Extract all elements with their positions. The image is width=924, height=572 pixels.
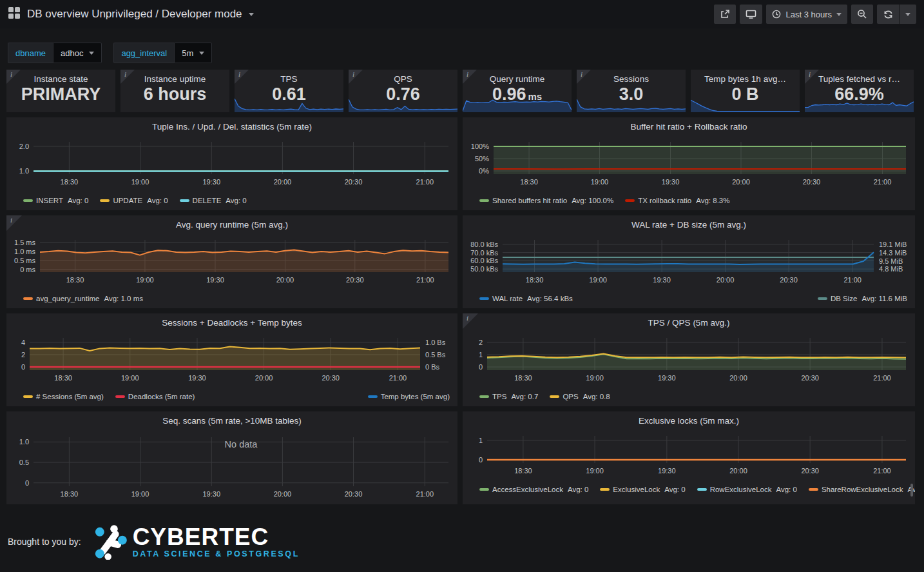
legend-swatch: [818, 297, 827, 300]
variable-dbname-selected: adhoc: [61, 48, 83, 58]
chart-plot-seq-scans[interactable]: 1.00.5018:3019:0019:3020:0020:3021:00No …: [6, 429, 457, 502]
legend-swatch: [479, 199, 489, 202]
legend-label: TX rollback ratio: [638, 197, 691, 204]
panel-info-corner[interactable]: [120, 70, 135, 84]
legend-label: QPS: [563, 393, 578, 400]
panel-title-wal-db-size[interactable]: WAL rate + DB size (5m avg.): [463, 215, 915, 233]
panel-buffer-rollback: Buffer hit ratio + Rollback ratio100%50%…: [463, 117, 915, 210]
chart-plot-exclusive-locks[interactable]: 1018:3019:0019:3020:0020:3021:00: [463, 429, 915, 478]
legend-item-accessexclusivelock[interactable]: AccessExclusiveLockAvg: 0: [479, 486, 588, 493]
panel-info-corner[interactable]: [577, 70, 591, 84]
variable-agg-interval: agg_interval 5m: [113, 43, 212, 63]
zoom-out-button[interactable]: [851, 5, 873, 24]
title-caret-icon[interactable]: [249, 13, 254, 16]
panel-title-sessions-deadlocks-temp[interactable]: Sessions + Deadlocks + Temp bytes: [6, 313, 457, 331]
share-button[interactable]: [714, 5, 736, 24]
tv-kiosk-button[interactable]: [740, 5, 762, 24]
panel-title-avg-query-runtime[interactable]: Avg. query runtime (5m avg.): [6, 215, 457, 233]
brand-tagline: DATA SCIENCE & POSTGRESQL: [133, 550, 300, 558]
legend-avg: Avg: 1.0 ms: [104, 295, 143, 302]
panel-info-corner[interactable]: [463, 313, 478, 329]
time-range-button[interactable]: Last 3 hours: [766, 5, 847, 24]
legend-row: ShareUpdateExclusiveLockAvg: 0: [463, 495, 915, 500]
legend-swatch: [23, 297, 33, 300]
legend-item-avg-query-runtime[interactable]: avg_query_runtimeAvg: 1.0 ms: [23, 295, 143, 302]
top-nav: DB overview Unprivileged / Developer mod…: [0, 0, 924, 28]
svg-text:20:00: 20:00: [729, 467, 747, 475]
chart-plot-sessions-deadlocks-temp[interactable]: 4201.0 Bs0.5 Bs0 Bs18:3019:0019:3020:002…: [6, 331, 457, 386]
legend-item--sessions-5m-avg-[interactable]: # Sessions (5m avg): [23, 393, 104, 400]
panel-title-tuple-stats[interactable]: Tuple Ins. / Upd. / Del. statistics (5m …: [6, 117, 457, 135]
svg-text:0: 0: [479, 363, 483, 371]
legend-avg: Avg: 0: [68, 197, 88, 204]
svg-text:19:30: 19:30: [188, 374, 206, 382]
svg-text:19:00: 19:00: [131, 178, 149, 186]
svg-text:19:00: 19:00: [591, 178, 609, 186]
panel-title-seq-scans[interactable]: Seq. scans (5m rate, >10MB tables): [6, 411, 457, 429]
stat-panel-query-runtime: iQuery runtime0.96ms: [463, 70, 572, 112]
cybertec-logo[interactable]: CYBERTEC DATA SCIENCE & POSTGRESQL: [91, 524, 300, 560]
legend-item-deadlocks-5m-rate-[interactable]: Deadlocks (5m rate): [115, 393, 195, 400]
panel-info-corner[interactable]: [805, 70, 819, 84]
stat-panel-sessions: iSessions3.0: [577, 70, 686, 112]
panel-title-buffer-rollback[interactable]: Buffer hit ratio + Rollback ratio: [463, 117, 915, 135]
refresh-button-group: [877, 5, 916, 24]
variable-agg-interval-value[interactable]: 5m: [174, 43, 212, 63]
legend-item-tx-rollback-ratio[interactable]: TX rollback ratioAvg: 8.3%: [625, 197, 729, 204]
variable-dbname-value[interactable]: adhoc: [53, 43, 102, 63]
svg-text:21:00: 21:00: [873, 467, 891, 475]
legend-label: UPDATE: [113, 197, 142, 204]
svg-text:20:00: 20:00: [729, 374, 747, 382]
legend-avg: Avg: 8.3%: [696, 197, 729, 204]
legend-swatch: [180, 199, 189, 202]
legend-item-delete[interactable]: DELETEAvg: 0: [180, 197, 247, 204]
refresh-interval-button[interactable]: [900, 5, 916, 24]
dashboard-grid-icon[interactable]: [8, 6, 21, 22]
panel-title-tps-qps[interactable]: TPS / QPS (5m avg.): [463, 313, 915, 331]
legend-swatch: [809, 488, 818, 491]
legend-item-shared-buffers-hit-ratio[interactable]: Shared buffers hit ratioAvg: 100.0%: [479, 197, 613, 204]
panel-info-corner[interactable]: [349, 70, 363, 84]
panel-info-corner[interactable]: [6, 215, 22, 231]
legend-label: # Sessions (5m avg): [36, 393, 104, 400]
svg-text:19:30: 19:30: [203, 490, 221, 498]
legend-item-qps[interactable]: QPSAvg: 0.8: [550, 393, 610, 400]
chart-plot-avg-query-runtime[interactable]: 1.5 ms1.0 ms0.5 ms0 ms18:3019:0019:3020:…: [6, 233, 457, 288]
legend-item-insert[interactable]: INSERTAvg: 0: [23, 197, 88, 204]
legend-scrollbar[interactable]: [910, 484, 913, 497]
legend-item-wal-rate[interactable]: WAL rateAvg: 56.4 kBs: [479, 295, 573, 302]
svg-text:19:00: 19:00: [121, 374, 139, 382]
svg-text:21:00: 21:00: [416, 490, 434, 498]
legend-item-exclusivelock[interactable]: ExclusiveLockAvg: 0: [600, 486, 685, 493]
chart-plot-wal-db-size[interactable]: 80.0 kBs70.0 kBs60.0 kBs50.0 kBs19.1 MiB…: [463, 233, 915, 288]
chart-plot-tuple-stats[interactable]: 2.01.018:3019:0019:3020:0020:3021:00: [6, 135, 457, 190]
legend-item-tps[interactable]: TPSAvg: 0.7: [479, 393, 538, 400]
legend-swatch: [479, 488, 489, 491]
chart-plot-tps-qps[interactable]: 21018:3019:0019:3020:0020:3021:00: [463, 331, 915, 386]
legend-swatch: [115, 395, 125, 398]
panel-title-exclusive-locks[interactable]: Exclusive locks (5m max.): [463, 411, 915, 429]
svg-text:1.0 Bs: 1.0 Bs: [425, 339, 446, 346]
legend-avg: Avg: 0: [588, 500, 608, 501]
panel-info-corner[interactable]: [463, 70, 477, 84]
svg-text:18:30: 18:30: [61, 178, 79, 186]
dashboard-title[interactable]: DB overview Unprivileged / Developer mod…: [27, 8, 242, 21]
legend-swatch: [479, 297, 489, 300]
legend-item-temp-bytes-5m-avg-[interactable]: Temp bytes (5m avg): [368, 393, 450, 400]
svg-text:0: 0: [25, 479, 29, 487]
stat-title: Instance uptime: [120, 74, 229, 84]
legend-item-rowexclusivelock[interactable]: RowExclusiveLockAvg: 0: [697, 486, 797, 493]
chart-plot-buffer-rollback[interactable]: 100%50%0%18:3019:0019:3020:0020:3021:00: [463, 135, 915, 190]
brand-name: CYBERTEC: [133, 525, 300, 549]
legend-item-shareupdateexclusivelock[interactable]: ShareUpdateExclusiveLockAvg: 0: [479, 500, 608, 501]
legend-label: ExclusiveLock: [613, 486, 660, 493]
legend-item-db-size[interactable]: DB SizeAvg: 11.6 MiB: [818, 295, 907, 302]
panel-info-corner[interactable]: [235, 70, 249, 84]
svg-text:18:30: 18:30: [514, 374, 532, 382]
legend-item-update[interactable]: UPDATEAvg: 0: [100, 197, 168, 204]
panel-info-corner[interactable]: [6, 70, 21, 84]
refresh-caret-icon: [905, 13, 910, 16]
refresh-button[interactable]: [877, 5, 899, 24]
legend-item-sharerowexclusivelock[interactable]: ShareRowExclusiveLockAvg: 0: [809, 486, 915, 493]
stat-panel-instance-state: iInstance statePRIMARY: [6, 70, 115, 112]
